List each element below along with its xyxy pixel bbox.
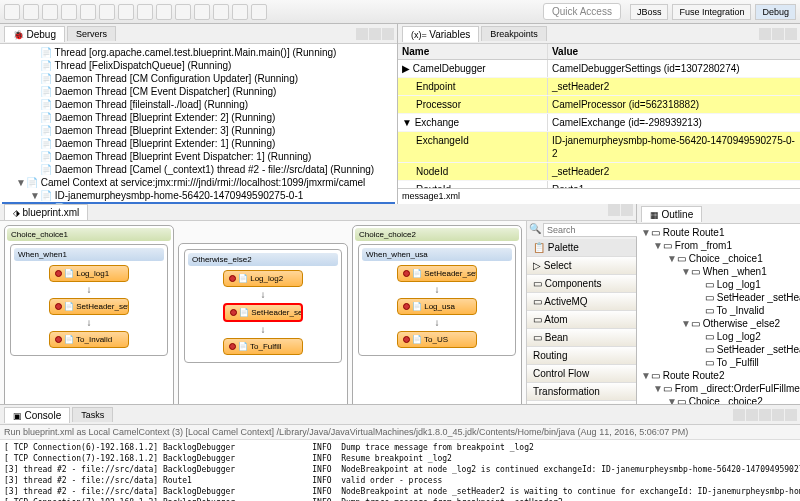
- toolbar-icon[interactable]: [4, 4, 20, 20]
- otherwise-node[interactable]: Otherwise_else2: [188, 253, 338, 266]
- console-view: ▣ Console Tasks Run blueprint.xml as Loc…: [0, 404, 800, 501]
- debug-tree-item[interactable]: 📄 Daemon Thread [Blueprint Extender: 3] …: [2, 124, 395, 137]
- debug-tree-item[interactable]: 📄 Thread [org.apache.camel.test.blueprin…: [2, 46, 395, 59]
- outline-item[interactable]: ▼▭ Route Route2: [639, 369, 800, 382]
- debug-tree-item[interactable]: 📄 Thread [FelixDispatchQueue] (Running): [2, 59, 395, 72]
- outline-item[interactable]: ▼▭ When _when1: [639, 265, 800, 278]
- variable-row[interactable]: ▶ CamelDebuggerCamelDebuggerSettings (id…: [398, 60, 800, 78]
- diagram-node[interactable]: 📄 To_Fulfill: [223, 338, 303, 355]
- debug-tree-item[interactable]: 📄 Daemon Thread [Blueprint Extender: 2] …: [2, 111, 395, 124]
- editor-tab[interactable]: ⬗ blueprint.xml: [4, 204, 88, 220]
- debug-tree-item[interactable]: 📄 Daemon Thread [CM Event Dispatcher] (R…: [2, 85, 395, 98]
- diagram-node[interactable]: 📄 SetHeader_setHead_usa: [397, 265, 477, 282]
- palette-select[interactable]: ▷ Select: [527, 257, 636, 275]
- toolbar-icon[interactable]: [251, 4, 267, 20]
- tab-breakpoints[interactable]: Breakpoints: [481, 26, 547, 41]
- diagram-node[interactable]: 📄 SetHeader_setHeader2: [223, 303, 303, 322]
- view-menu-icon[interactable]: [356, 28, 368, 40]
- when-node[interactable]: When_when1: [14, 248, 164, 261]
- outline-item[interactable]: ▭ SetHeader _setHeader1: [639, 291, 800, 304]
- outline-item[interactable]: ▼▭ From _from1: [639, 239, 800, 252]
- outline-item[interactable]: ▭ To _Invalid: [639, 304, 800, 317]
- debug-tree-item[interactable]: ▼📄 ID-janemurpheysmbp-home-56420-1470949…: [2, 189, 395, 202]
- outline-item[interactable]: ▼▭ From _direct:OrderFulFillment: [639, 382, 800, 395]
- outline-item[interactable]: ▼▭ Choice _choice1: [639, 252, 800, 265]
- variable-row[interactable]: Endpoint_setHeader2: [398, 78, 800, 96]
- toolbar-icon[interactable]: [80, 4, 96, 20]
- tab-outline[interactable]: ▦ Outline: [641, 206, 702, 222]
- debug-tree-item[interactable]: 📄 Daemon Thread [Camel (_context1) threa…: [2, 163, 395, 176]
- toolbar-icon[interactable]: [99, 4, 115, 20]
- outline-item[interactable]: ▼▭ Choice _choice2: [639, 395, 800, 404]
- diagram-node[interactable]: 📄 Log_log2: [223, 270, 303, 287]
- console-icon[interactable]: [746, 409, 758, 421]
- console-output[interactable]: [ TCP Connection(6)-192.168.1.2] Backlog…: [0, 440, 800, 501]
- variable-row[interactable]: ▼ ExchangeCamelExchange (id=-298939213): [398, 114, 800, 132]
- toolbar-icon[interactable]: [194, 4, 210, 20]
- perspective-fuse[interactable]: Fuse Integration: [672, 4, 751, 20]
- palette-group[interactable]: ▭ ActiveMQ: [527, 293, 636, 311]
- debug-tree-item[interactable]: 📄 Daemon Thread [fileinstall-./load] (Ru…: [2, 98, 395, 111]
- diagram-node[interactable]: 📄 To_Invalid: [49, 331, 129, 348]
- perspective-jboss[interactable]: JBoss: [630, 4, 669, 20]
- toolbar-icon[interactable]: [61, 4, 77, 20]
- palette-group[interactable]: ▭ Bean: [527, 329, 636, 347]
- minimize-icon[interactable]: [772, 28, 784, 40]
- toolbar-icon[interactable]: [213, 4, 229, 20]
- outline-view: ▦ Outline ▼▭ Route Route1▼▭ From _from1▼…: [637, 204, 800, 404]
- variable-row[interactable]: NodeId_setHeader2: [398, 163, 800, 181]
- diagram-node[interactable]: 📄 To_US: [397, 331, 477, 348]
- toolbar-icon[interactable]: [137, 4, 153, 20]
- outline-item[interactable]: ▼▭ Route Route1: [639, 226, 800, 239]
- palette-group[interactable]: Routing: [527, 347, 636, 365]
- quick-access-input[interactable]: Quick Access: [543, 3, 621, 20]
- variable-row[interactable]: ExchangeIdID-janemurpheysmbp-home-56420-…: [398, 132, 800, 163]
- choice-node[interactable]: Choice_choice1: [7, 228, 171, 241]
- tab-servers[interactable]: Servers: [67, 26, 116, 41]
- tab-debug[interactable]: 🐞 Debug: [4, 26, 65, 42]
- console-icon[interactable]: [759, 409, 771, 421]
- diagram-node[interactable]: 📄 SetHeader_setHeader1: [49, 298, 129, 315]
- toolbar-icon[interactable]: [118, 4, 134, 20]
- palette-group[interactable]: Transformation: [527, 383, 636, 401]
- maximize-icon[interactable]: [621, 204, 633, 216]
- minimize-icon[interactable]: [772, 409, 784, 421]
- tab-variables[interactable]: (x)= Variables: [402, 26, 479, 42]
- toolbar-icon[interactable]: [232, 4, 248, 20]
- minimize-icon[interactable]: [608, 204, 620, 216]
- outline-item[interactable]: ▭ SetHeader _setHeader2: [639, 343, 800, 356]
- maximize-icon[interactable]: [785, 409, 797, 421]
- diagram-node[interactable]: 📄 Log_usa: [397, 298, 477, 315]
- debug-tree-item[interactable]: 📄 Daemon Thread [Blueprint Event Dispatc…: [2, 150, 395, 163]
- toolbar-icon[interactable]: [42, 4, 58, 20]
- when-node[interactable]: When_when_usa: [362, 248, 512, 261]
- tab-console[interactable]: ▣ Console: [4, 407, 70, 423]
- palette-group[interactable]: ▭ Atom: [527, 311, 636, 329]
- col-name[interactable]: Name: [398, 44, 548, 59]
- choice-node[interactable]: Choice_choice2: [355, 228, 519, 241]
- minimize-icon[interactable]: [369, 28, 381, 40]
- design-canvas[interactable]: Choice_choice1 When_when1📄 Log_log1↓📄 Se…: [0, 221, 526, 419]
- col-value[interactable]: Value: [548, 44, 800, 59]
- view-menu-icon[interactable]: [759, 28, 771, 40]
- outline-item[interactable]: ▼▭ Otherwise _else2: [639, 317, 800, 330]
- palette-group[interactable]: ▭ Components: [527, 275, 636, 293]
- outline-item[interactable]: ▭ To _Fulfill: [639, 356, 800, 369]
- variable-row[interactable]: ProcessorCamelProcessor (id=562318882): [398, 96, 800, 114]
- toolbar-icon[interactable]: [23, 4, 39, 20]
- maximize-icon[interactable]: [382, 28, 394, 40]
- diagram-node[interactable]: 📄 Log_log1: [49, 265, 129, 282]
- perspective-debug[interactable]: Debug: [755, 4, 796, 20]
- debug-tree-item[interactable]: 📄 Daemon Thread [CM Configuration Update…: [2, 72, 395, 85]
- toolbar-icon[interactable]: [156, 4, 172, 20]
- tab-tasks[interactable]: Tasks: [72, 407, 113, 422]
- variable-row[interactable]: RouteIdRoute1: [398, 181, 800, 188]
- outline-item[interactable]: ▭ Log _log1: [639, 278, 800, 291]
- debug-tree-item[interactable]: ▼📄 Camel Context at service:jmx:rmi:///j…: [2, 176, 395, 189]
- debug-tree-item[interactable]: 📄 Daemon Thread [Blueprint Extender: 1] …: [2, 137, 395, 150]
- palette-group[interactable]: Control Flow: [527, 365, 636, 383]
- maximize-icon[interactable]: [785, 28, 797, 40]
- console-icon[interactable]: [733, 409, 745, 421]
- toolbar-icon[interactable]: [175, 4, 191, 20]
- outline-item[interactable]: ▭ Log _log2: [639, 330, 800, 343]
